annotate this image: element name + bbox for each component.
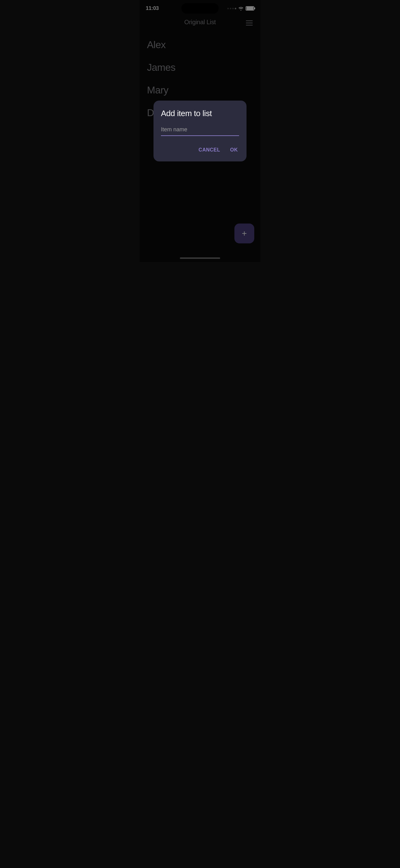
ok-button[interactable]: OK xyxy=(229,145,239,155)
add-item-dialog: Add item to list CANCEL OK xyxy=(154,101,246,161)
item-name-input[interactable] xyxy=(161,125,239,136)
dialog-actions: CANCEL OK xyxy=(161,144,239,155)
cancel-button[interactable]: CANCEL xyxy=(197,145,222,155)
modal-overlay: Add item to list CANCEL OK xyxy=(139,0,261,262)
dialog-input-container xyxy=(161,125,239,136)
dialog-title: Add item to list xyxy=(161,108,239,118)
